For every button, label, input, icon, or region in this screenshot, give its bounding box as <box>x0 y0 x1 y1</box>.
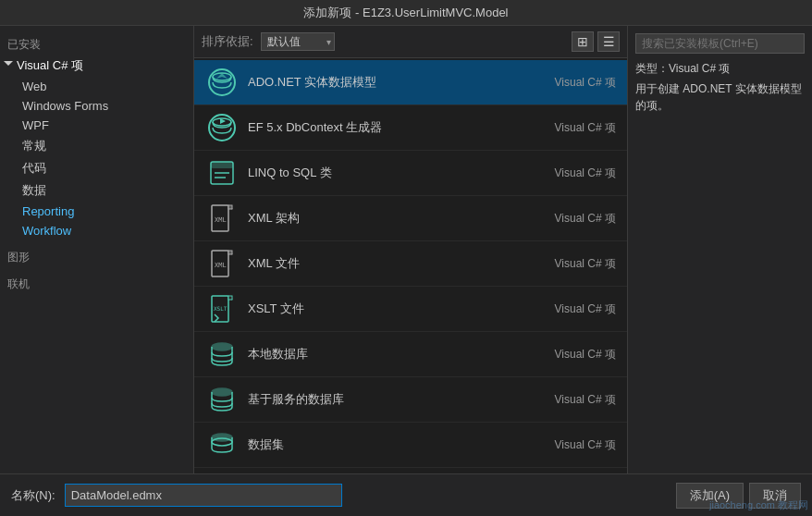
xml-file-category: Visual C# 项 <box>523 256 616 272</box>
svg-rect-10 <box>228 205 232 209</box>
ef-icon <box>205 111 239 144</box>
xml-file-name: XML 文件 <box>248 255 523 272</box>
sidebar-item-reporting[interactable]: Reporting <box>0 202 193 221</box>
xml-file-icon: XML <box>205 247 239 280</box>
sidebar-item-data[interactable]: 数据 <box>0 179 193 202</box>
view-icons: ⊞ ☰ <box>572 31 620 52</box>
sidebar-item-visual-csharp[interactable]: Visual C# 项 <box>0 55 193 77</box>
svg-rect-5 <box>211 162 233 168</box>
list-view-button[interactable]: ☰ <box>597 31 620 52</box>
template-item-linq[interactable]: LINQ to SQL 类 Visual C# 项 <box>194 151 627 196</box>
linq-name: LINQ to SQL 类 <box>248 165 523 181</box>
dialog-content: 已安装 Visual C# 项 Web Windows Forms WPF 常规… <box>0 26 812 473</box>
dialog-title: 添加新项 - E1Z3.UserLimitMVC.Model <box>303 5 508 21</box>
template-item-dataset[interactable]: 数据集 Visual C# 项 <box>194 423 627 468</box>
sidebar-item-label: Visual C# 项 <box>17 57 83 74</box>
info-panel: 类型：Visual C# 项 用于创建 ADO.NET 实体数据模型的项。 <box>627 26 812 473</box>
svg-text:XML: XML <box>215 262 227 269</box>
sidebar-item-wpf[interactable]: WPF <box>0 116 193 135</box>
template-item-service-db[interactable]: 基于服务的数据库 Visual C# 项 <box>194 377 627 423</box>
xslt-icon: XSLT <box>205 292 239 326</box>
sidebar-item-windows-forms[interactable]: Windows Forms <box>0 96 193 116</box>
online-section-label: 联机 <box>0 273 193 294</box>
sidebar-item-workflow[interactable]: Workflow <box>0 221 193 240</box>
service-db-icon <box>205 383 239 416</box>
template-list: ADO.NET 实体数据模型 Visual C# 项 EF 5.x DbCont… <box>194 58 627 473</box>
cancel-button[interactable]: 取消 <box>749 483 801 509</box>
template-item-ef[interactable]: EF 5.x DbContext 生成器 Visual C# 项 <box>194 105 627 151</box>
info-type: 类型：Visual C# 项 <box>635 61 805 77</box>
info-description: 用于创建 ADO.NET 实体数据模型的项。 <box>635 80 805 114</box>
xml-schema-icon: XML <box>205 202 239 235</box>
local-db-category: Visual C# 项 <box>523 347 616 362</box>
svg-point-20 <box>212 343 232 350</box>
ado-net-icon <box>205 66 239 99</box>
sidebar-item-code[interactable]: 代码 <box>0 157 193 179</box>
svg-rect-18 <box>228 296 232 300</box>
xml-schema-category: Visual C# 项 <box>523 211 616 227</box>
sort-select-wrapper[interactable]: 默认值 名称 类型 <box>261 32 335 51</box>
center-panel: 排序依据: 默认值 名称 类型 ⊞ ☰ <box>194 26 627 473</box>
linq-icon <box>205 156 239 190</box>
ef-category: Visual C# 项 <box>523 120 616 136</box>
svg-point-21 <box>212 388 232 396</box>
toolbar: 排序依据: 默认值 名称 类型 ⊞ ☰ <box>194 26 627 58</box>
ado-net-category: Visual C# 项 <box>523 75 616 91</box>
graphics-section-label: 图形 <box>0 246 193 267</box>
sidebar: 已安装 Visual C# 项 Web Windows Forms WPF 常规… <box>0 26 194 473</box>
ef-name: EF 5.x DbContext 生成器 <box>248 119 523 136</box>
expand-triangle <box>4 61 13 70</box>
svg-rect-14 <box>228 251 232 254</box>
bottom-bar: 名称(N): 添加(A) 取消 <box>0 473 812 516</box>
service-db-category: Visual C# 项 <box>523 392 616 408</box>
add-button[interactable]: 添加(A) <box>676 483 744 509</box>
ado-net-name: ADO.NET 实体数据模型 <box>248 74 523 91</box>
template-search-input[interactable] <box>635 33 805 54</box>
title-bar: 添加新项 - E1Z3.UserLimitMVC.Model <box>0 0 812 26</box>
sort-label: 排序依据: <box>202 33 253 50</box>
local-db-name: 本地数据库 <box>248 346 523 362</box>
xslt-category: Visual C# 项 <box>523 301 616 317</box>
name-label: 名称(N): <box>11 487 55 504</box>
template-item-xml-file[interactable]: XML XML 文件 Visual C# 项 <box>194 241 627 287</box>
service-db-name: 基于服务的数据库 <box>248 391 523 408</box>
template-item-ado-net[interactable]: ADO.NET 实体数据模型 Visual C# 项 <box>194 60 627 105</box>
dataset-name: 数据集 <box>248 436 523 453</box>
template-item-xml-schema[interactable]: XML XML 架构 Visual C# 项 <box>194 196 627 241</box>
type-prefix: 类型： <box>635 62 669 75</box>
dataset-category: Visual C# 项 <box>523 437 616 453</box>
local-db-icon <box>205 338 239 371</box>
list-icon: ☰ <box>603 34 615 49</box>
grid-view-button[interactable]: ⊞ <box>572 31 594 52</box>
svg-text:XSLT: XSLT <box>214 305 228 312</box>
xslt-name: XSLT 文件 <box>248 301 523 317</box>
dataset-icon <box>205 428 239 461</box>
grid-icon: ⊞ <box>577 34 588 49</box>
sort-select[interactable]: 默认值 名称 类型 <box>261 32 335 51</box>
svg-text:XML: XML <box>215 216 227 224</box>
template-item-local-db[interactable]: 本地数据库 Visual C# 项 <box>194 332 627 377</box>
sidebar-item-web[interactable]: Web <box>0 77 193 96</box>
installed-section-label: 已安装 <box>0 33 193 55</box>
template-item-xslt[interactable]: XSLT XSLT 文件 Visual C# 项 <box>194 287 627 332</box>
linq-category: Visual C# 项 <box>523 166 616 181</box>
sidebar-item-normal[interactable]: 常规 <box>0 135 193 157</box>
xml-schema-name: XML 架构 <box>248 210 523 227</box>
file-name-input[interactable] <box>65 484 342 507</box>
type-value: Visual C# 项 <box>669 62 730 75</box>
